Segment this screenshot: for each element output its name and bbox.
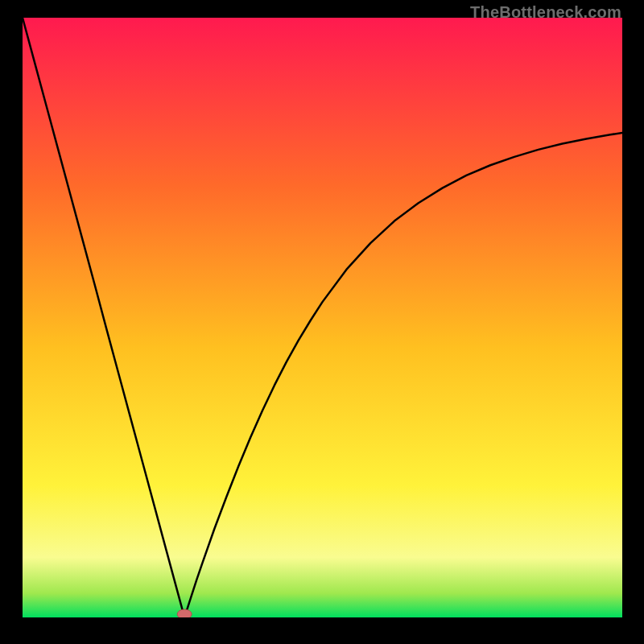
chart-frame — [23, 18, 622, 617]
optimal-point-marker — [177, 609, 192, 617]
bottleneck-chart — [23, 18, 622, 617]
gradient-background — [23, 18, 622, 617]
